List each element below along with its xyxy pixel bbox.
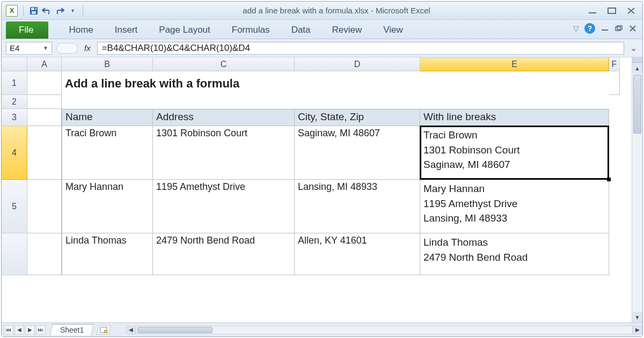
last-sheet-icon[interactable]: ⏭: [36, 325, 46, 335]
tab-formulas[interactable]: Formulas: [221, 21, 281, 39]
maximize-icon[interactable]: [607, 7, 619, 14]
cell-a5[interactable]: [27, 180, 62, 233]
col-header-b[interactable]: B: [62, 57, 153, 71]
col-header-e[interactable]: E: [420, 57, 609, 71]
cell-d6[interactable]: Allen, KY 41601: [295, 233, 420, 275]
row-header-4[interactable]: 4: [2, 126, 27, 180]
cell-a1[interactable]: [27, 71, 62, 95]
cell-b2[interactable]: [62, 95, 153, 109]
cell-f1[interactable]: [609, 71, 620, 95]
sheet-tab-sheet1[interactable]: Sheet1: [50, 324, 94, 335]
name-box-resize[interactable]: [56, 43, 78, 54]
scroll-up-icon[interactable]: ▲: [633, 63, 642, 73]
row-header-6[interactable]: [2, 233, 27, 275]
close-icon[interactable]: [626, 7, 638, 14]
first-sheet-icon[interactable]: ⏮: [4, 325, 13, 335]
hscroll-thumb[interactable]: [137, 327, 213, 333]
insert-sheet-icon[interactable]: [96, 325, 111, 335]
split-box-icon[interactable]: [632, 57, 642, 63]
row-header-5[interactable]: 5: [2, 180, 27, 233]
title-bar: X ▾ add a line break with a formula.xlsx…: [2, 2, 642, 20]
cell-e6[interactable]: Linda Thomas 2479 North Bend Road: [420, 233, 609, 275]
cell-b1-title[interactable]: Add a line break with a formula: [62, 71, 609, 95]
cell-f2[interactable]: [609, 95, 620, 109]
formula-bar-expand-icon[interactable]: ⌄: [628, 43, 638, 53]
redo-icon[interactable]: [55, 6, 64, 16]
formula-text: =B4&CHAR(10)&C4&CHAR(10)&D4: [102, 43, 250, 54]
cell-e5[interactable]: Mary Hannan 1195 Amethyst Drive Lansing,…: [420, 180, 609, 233]
col-header-c[interactable]: C: [153, 57, 295, 71]
svg-rect-5: [608, 8, 616, 13]
horizontal-scrollbar[interactable]: ◀ ▶: [126, 325, 642, 335]
col-header-f[interactable]: F: [609, 57, 620, 71]
cell-d2[interactable]: [295, 95, 420, 109]
cell-a4[interactable]: [27, 126, 62, 180]
cell-c4[interactable]: 1301 Robinson Court: [153, 126, 295, 180]
tab-home[interactable]: Home: [58, 21, 104, 39]
cell-e4[interactable]: Traci Brown 1301 Robinson Court Saginaw,…: [420, 126, 609, 180]
cell-c5[interactable]: 1195 Amethyst Drive: [153, 180, 295, 233]
cell-a6[interactable]: [27, 233, 62, 275]
cell-b6[interactable]: Linda Thomas: [62, 233, 153, 275]
row-header-3[interactable]: 3: [2, 109, 27, 126]
row-header-1[interactable]: 1: [2, 71, 27, 95]
scroll-down-icon[interactable]: ▼: [633, 312, 642, 322]
scroll-left-icon[interactable]: ◀: [126, 326, 136, 334]
formula-input[interactable]: =B4&CHAR(10)&C4&CHAR(10)&D4: [97, 42, 624, 55]
cell-d4[interactable]: Saginaw, MI 48607: [295, 126, 420, 180]
workbook-restore-icon[interactable]: [614, 25, 623, 32]
cell-c3[interactable]: Address: [153, 109, 295, 126]
cell-c2[interactable]: [153, 95, 295, 109]
prev-sheet-icon[interactable]: ◀: [14, 325, 24, 335]
vscroll-thumb[interactable]: [633, 75, 641, 134]
name-box-dropdown-icon[interactable]: ▼: [43, 45, 48, 51]
minimize-icon[interactable]: [588, 7, 599, 14]
hscroll-track[interactable]: [136, 326, 633, 334]
excel-window: X ▾ add a line break with a formula.xlsx…: [1, 1, 643, 337]
qat-customize-icon[interactable]: ▾: [68, 6, 77, 16]
save-icon[interactable]: [29, 6, 39, 16]
cell-a3[interactable]: [27, 109, 62, 126]
scroll-right-icon[interactable]: ▶: [633, 326, 642, 334]
tab-insert[interactable]: Insert: [104, 21, 149, 39]
undo-icon[interactable]: [42, 6, 52, 16]
cell-a2[interactable]: [27, 95, 62, 109]
select-all-corner[interactable]: [2, 57, 27, 71]
cell-f6[interactable]: [609, 233, 620, 275]
tab-view[interactable]: View: [372, 21, 414, 39]
cell-d3[interactable]: City, State, Zip: [295, 109, 420, 126]
help-icon[interactable]: ?: [584, 23, 595, 34]
window-title: add a line break with a formula.xlsx - M…: [85, 6, 588, 15]
file-tab[interactable]: File: [6, 21, 48, 39]
cell-f4[interactable]: [609, 126, 620, 180]
vertical-scrollbar[interactable]: ▲ ▼: [632, 57, 642, 322]
excel-logo-icon[interactable]: X: [6, 5, 18, 17]
cell-f5[interactable]: [609, 180, 620, 233]
ribbon-minimize-icon[interactable]: ▽: [573, 24, 579, 33]
cell-b4[interactable]: Traci Brown: [62, 126, 153, 180]
cell-e2[interactable]: [420, 95, 609, 109]
tab-data[interactable]: Data: [281, 21, 321, 39]
worksheet-area[interactable]: A B C D E F 1 Add a line break with a fo…: [2, 57, 642, 322]
cell-f3[interactable]: [609, 109, 620, 126]
vscroll-track[interactable]: [632, 74, 642, 312]
next-sheet-icon[interactable]: ▶: [25, 325, 35, 335]
col-header-d[interactable]: D: [295, 57, 420, 71]
col-header-a[interactable]: A: [27, 57, 62, 71]
row-header-2[interactable]: 2: [2, 95, 27, 109]
workbook-minimize-icon[interactable]: [601, 25, 609, 32]
cell-b3[interactable]: Name: [62, 109, 153, 126]
tab-page-layout[interactable]: Page Layout: [148, 21, 221, 39]
svg-rect-7: [616, 27, 620, 31]
workbook-close-icon[interactable]: [628, 25, 637, 32]
cell-e3[interactable]: With line breaks: [420, 109, 609, 126]
svg-rect-8: [617, 26, 622, 30]
fx-icon[interactable]: fx: [82, 43, 93, 53]
cell-b5[interactable]: Mary Hannan: [62, 180, 153, 233]
name-box[interactable]: E4 ▼: [6, 42, 52, 55]
fill-handle[interactable]: [607, 178, 611, 181]
cell-d5[interactable]: Lansing, MI 48933: [295, 180, 420, 233]
cell-c6[interactable]: 2479 North Bend Road: [153, 233, 295, 275]
tab-review[interactable]: Review: [321, 21, 373, 39]
sheet-tab-label: Sheet1: [60, 326, 84, 334]
